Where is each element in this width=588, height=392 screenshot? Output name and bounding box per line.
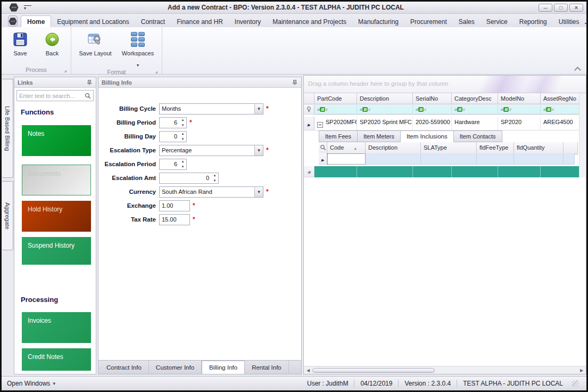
detail-column-description[interactable]: Description (366, 142, 421, 154)
currency-select[interactable]: South African Rand (159, 186, 263, 198)
quick-access-dropdown-icon[interactable] (24, 5, 31, 10)
vertical-scrollbar[interactable] (579, 93, 585, 177)
pin-icon[interactable] (86, 79, 93, 86)
close-button[interactable] (569, 4, 583, 12)
detail-column-code[interactable]: Code (327, 142, 366, 154)
save-layout-button[interactable]: Save Layout (74, 29, 116, 56)
billing-period-spinner[interactable]: 6 (159, 117, 187, 128)
column-header-partcode[interactable]: PartCode (314, 93, 357, 104)
grid-new-item-row[interactable] (304, 166, 580, 177)
hold-history-button[interactable]: Hold History (22, 201, 91, 232)
cell-categorydesc[interactable]: Hardware (452, 117, 498, 130)
scroll-right-icon[interactable]: ▶ (577, 368, 586, 373)
tab-service[interactable]: Service (481, 16, 514, 27)
tab-contract-info[interactable]: Contract Info (100, 361, 149, 374)
filter-cell[interactable]: aBc (452, 105, 498, 115)
billing-day-spinner[interactable]: 0 (159, 131, 187, 142)
cell-assetregno[interactable]: AREG4500 (541, 117, 580, 130)
filter-cell[interactable]: aBc (498, 105, 541, 115)
collapse-detail-icon[interactable] (317, 122, 323, 128)
tab-procurement[interactable]: Procurement (404, 16, 453, 27)
documents-button[interactable]: Documents (22, 165, 91, 195)
spinner-arrows-icon[interactable] (179, 159, 186, 169)
invoices-button[interactable]: Invoices (22, 312, 91, 343)
scrollbar-thumb[interactable] (312, 368, 435, 373)
detail-column-slatype[interactable]: SLAType (421, 142, 477, 154)
billing-cycle-select[interactable]: Months (159, 103, 263, 115)
tab-finance-and-hr[interactable]: Finance and HR (171, 16, 229, 27)
pin-icon[interactable] (292, 79, 298, 86)
notes-button[interactable]: Notes (22, 125, 91, 156)
grid-data-row[interactable]: SP2020MFC SP2020 Sprint MFC 2020-559900 … (304, 117, 580, 130)
workspaces-button[interactable]: Workspaces (117, 29, 159, 69)
tab-contract[interactable]: Contract (135, 16, 171, 27)
cell-serialno[interactable]: 2020-559900 (413, 117, 452, 130)
detail-cell[interactable] (421, 153, 477, 165)
tab-home[interactable]: Home (21, 15, 51, 27)
side-tab-aggregate[interactable]: Aggregate (2, 181, 13, 250)
detail-column-fldfeetype[interactable]: fldFeeType (477, 142, 514, 154)
chevron-down-icon[interactable] (254, 187, 263, 197)
tab-item-inclusions[interactable]: Item Inclusions (400, 130, 453, 142)
credit-notes-button[interactable]: Credit Notes (22, 348, 91, 371)
collapse-ribbon-icon[interactable] (575, 67, 580, 71)
tab-reporting[interactable]: Reporting (514, 16, 553, 27)
tab-item-contacts[interactable]: Item Contacts (453, 130, 502, 142)
column-header-categorydesc[interactable]: CategoryDesc (452, 93, 498, 104)
minimize-button[interactable] (539, 4, 552, 12)
exchange-input[interactable]: 1.00 (159, 200, 190, 211)
detail-search-header[interactable] (319, 142, 327, 154)
column-header-serialno[interactable]: SerialNo (413, 93, 452, 104)
scroll-left-icon[interactable]: ◀ (304, 368, 312, 373)
cell-partcode[interactable]: SP2020MFC (314, 117, 357, 130)
detail-cell[interactable] (366, 153, 421, 165)
detail-new-row[interactable] (319, 153, 575, 165)
tab-inventory[interactable]: Inventory (229, 16, 267, 27)
tax-rate-input[interactable]: 15.00 (159, 214, 190, 225)
column-header-modelno[interactable]: ModelNo (498, 93, 541, 104)
detail-cell[interactable] (514, 153, 564, 165)
spinner-arrows-icon[interactable] (179, 118, 186, 128)
resize-grip[interactable] (572, 380, 579, 387)
tab-item-meters[interactable]: Item Meters (357, 130, 400, 142)
detail-cell-code-editor[interactable] (327, 153, 366, 165)
group-by-bar[interactable]: Drag a column header here to group by th… (304, 76, 586, 93)
maximize-button[interactable] (554, 4, 568, 12)
cell-modelno[interactable]: SP2020 (498, 117, 541, 130)
tab-billing-info[interactable]: Billing Info (202, 361, 245, 374)
detail-column-fldquantity[interactable]: fldQuantity (514, 142, 564, 154)
open-windows-button[interactable]: Open Windows (7, 380, 55, 387)
tab-maintenance-and-projects[interactable]: Maintenance and Projects (267, 16, 352, 27)
filter-cell[interactable]: aBc (413, 105, 452, 115)
tab-utilities[interactable]: Utilities (553, 16, 585, 27)
tab-customer-info[interactable]: Customer Info (149, 361, 202, 374)
chevron-down-icon[interactable] (254, 145, 263, 156)
column-header-assetregno[interactable]: AssetRegNo (541, 93, 580, 104)
escalation-period-spinner[interactable]: 6 (159, 159, 187, 170)
column-header-description[interactable]: Description (357, 93, 413, 104)
filter-cell[interactable]: aBc (541, 105, 580, 115)
back-button[interactable]: Back (37, 29, 68, 56)
save-button[interactable]: Save (5, 29, 36, 56)
escalation-type-select[interactable]: Percentage (159, 145, 263, 156)
spinner-arrows-icon[interactable] (211, 173, 218, 183)
tab-manufacturing[interactable]: Manufacturing (352, 16, 404, 27)
tab-rental-info[interactable]: Rental Info (245, 361, 289, 374)
application-menu-button[interactable] (8, 15, 18, 27)
suspend-history-button[interactable]: Suspend History (22, 237, 91, 265)
filter-cell[interactable]: aBc (314, 105, 357, 115)
detail-cell[interactable] (477, 153, 514, 165)
chevron-down-icon[interactable] (254, 104, 263, 114)
tab-sales[interactable]: Sales (453, 16, 481, 27)
spinner-arrows-icon[interactable] (179, 132, 186, 142)
horizontal-scrollbar[interactable]: ◀ ▶ (304, 366, 586, 374)
search-icon[interactable] (85, 93, 91, 99)
side-tab-life-based-billing[interactable]: Life Based Billing (2, 79, 13, 178)
tab-item-fees[interactable]: Item Fees (319, 130, 357, 142)
document-minimize-icon[interactable] (585, 20, 586, 24)
search-input[interactable] (19, 93, 85, 99)
tab-equipment-and-locations[interactable]: Equipment and Locations (51, 16, 135, 27)
links-search[interactable] (16, 90, 94, 101)
cell-description[interactable]: SP2020 Sprint MFC (357, 117, 413, 130)
filter-cell[interactable]: aBc (357, 105, 413, 115)
